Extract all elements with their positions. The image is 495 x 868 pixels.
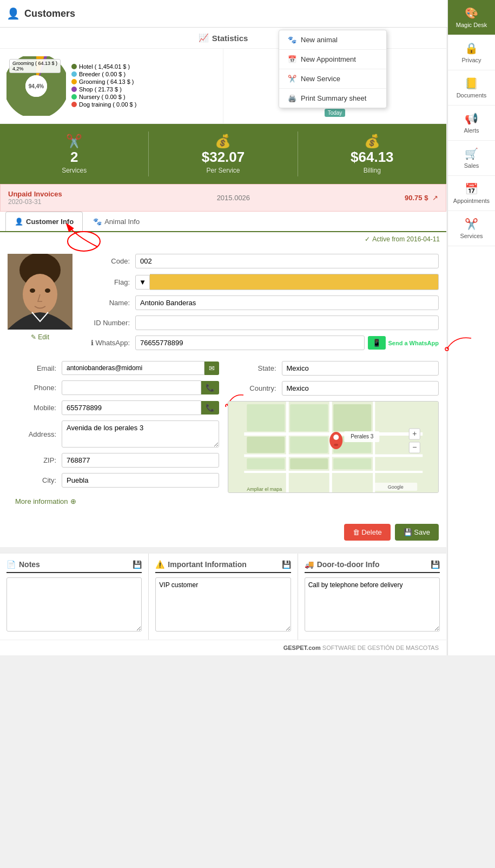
svg-text:Ampliar el mapa: Ampliar el mapa xyxy=(247,486,282,492)
important-info-panel: ⚠️ Important Information 💾 VIP customer xyxy=(149,554,298,640)
services-icon: ✂️ xyxy=(465,218,478,231)
flag-input-area: ▼ xyxy=(135,274,439,290)
notes-title-text: Notes xyxy=(19,560,40,569)
legend-item-nursery: Nursery ( 0.00 $ ) xyxy=(71,94,136,100)
sidebar-item-sales[interactable]: 🛒 Sales xyxy=(448,141,495,176)
sidebar-item-magic-desk[interactable]: 🎨 Magic Desk xyxy=(448,0,495,35)
flag-dropdown-btn[interactable]: ▼ xyxy=(135,275,150,290)
email-input[interactable] xyxy=(62,361,204,375)
mobile-label: Mobile: xyxy=(8,404,56,412)
code-label: Code: xyxy=(81,257,130,265)
user-tab-icon: 👤 xyxy=(15,218,23,226)
id-number-label: ID Number: xyxy=(81,319,130,327)
sidebar-item-privacy[interactable]: 🔒 Privacy xyxy=(448,35,495,70)
whatsapp-input-area: 📱 Send a WhatsApp xyxy=(135,336,439,350)
dropdown-new-service-label: New Service xyxy=(301,75,340,83)
door-to-door-textarea[interactable]: Call by telephone before delivery xyxy=(305,577,440,632)
legend-grooming-label: Grooming ( 64.13 $ ) xyxy=(79,78,134,85)
address-label: Address: xyxy=(8,430,56,438)
photo-area: ✎ Edit xyxy=(8,254,72,356)
sidebar-privacy-label: Privacy xyxy=(461,57,481,63)
dropdown-new-animal[interactable]: 🐾 New animal xyxy=(279,30,386,50)
important-info-save-icon[interactable]: 💾 xyxy=(282,560,291,569)
country-row: Country: xyxy=(228,381,439,396)
svg-point-9 xyxy=(30,288,35,293)
dropdown-print-summary[interactable]: 🖨️ Print Summary sheet xyxy=(279,89,386,108)
important-info-title-text: Important Information xyxy=(168,560,246,569)
zip-label: ZIP: xyxy=(8,456,56,464)
legend-dog-training-label: Dog training ( 0.00 $ ) xyxy=(79,101,136,108)
palette-icon: 🎨 xyxy=(465,6,478,19)
city-input[interactable] xyxy=(62,473,219,488)
phone-label: Phone: xyxy=(8,384,56,392)
svg-point-31 xyxy=(334,444,338,446)
important-info-textarea[interactable]: VIP customer xyxy=(155,577,291,632)
phone-call-btn[interactable]: 📞 xyxy=(201,381,219,394)
save-button[interactable]: 💾 Save xyxy=(395,524,439,541)
door-to-door-save-icon[interactable]: 💾 xyxy=(431,560,440,569)
important-info-title-row: ⚠️ Important Information 💾 xyxy=(155,560,291,573)
dropdown-new-service[interactable]: ✂️ New Service xyxy=(279,69,386,89)
active-from-banner: ✓ Active from 2016-04-11 xyxy=(0,232,446,246)
phone-row: Phone: 📞 xyxy=(8,380,219,395)
whatsapp-icon: 📱 xyxy=(372,339,381,347)
flag-color-display xyxy=(150,274,439,290)
service-stat-per-service: 💰 $32.07 Per Service xyxy=(149,131,298,176)
sidebar-documents-label: Documents xyxy=(457,92,487,98)
whatsapp-input[interactable] xyxy=(135,336,365,350)
svg-rect-27 xyxy=(290,458,328,469)
email-send-btn[interactable]: ✉ xyxy=(204,361,219,375)
country-input[interactable] xyxy=(282,381,439,396)
id-number-row: ID Number: xyxy=(81,315,439,330)
animal-tab-icon: 🐾 xyxy=(93,218,102,226)
sidebar-item-services[interactable]: ✂️ Services xyxy=(448,211,495,246)
scissors-bar-icon: ✂️ xyxy=(2,134,146,149)
phone-input[interactable] xyxy=(62,380,201,395)
mobile-input[interactable] xyxy=(62,400,201,415)
user-icon: 👤 xyxy=(6,7,20,20)
notes-textarea[interactable] xyxy=(6,577,142,632)
photo-edit-area: ✎ Edit xyxy=(8,333,72,341)
dropdown-new-appointment[interactable]: 📅 New Appointment xyxy=(279,50,386,69)
svg-text:Perales 3: Perales 3 xyxy=(351,433,374,439)
billing-bar-label: Billing xyxy=(300,167,444,174)
address-input[interactable] xyxy=(62,420,219,448)
pie-tooltip: Grooming ( 64.13 $ ) 4,2% xyxy=(9,59,61,73)
calendar-icon: 📅 xyxy=(288,55,296,63)
sidebar-item-documents[interactable]: 📒 Documents xyxy=(448,70,495,106)
right-sidebar: 🎨 Magic Desk 🔒 Privacy 📒 Documents 📢 Ale… xyxy=(447,0,495,655)
tab-customer-info[interactable]: 👤 Customer Info xyxy=(5,212,83,231)
svg-rect-28 xyxy=(333,458,371,469)
whatsapp-row: ℹ WhatsApp: 📱 Send a WhatsApp xyxy=(81,336,439,350)
truck-icon: 🚚 xyxy=(305,560,314,569)
zip-row: ZIP: xyxy=(8,453,219,468)
sidebar-alerts-label: Alerts xyxy=(464,127,479,134)
code-input[interactable] xyxy=(135,254,439,268)
svg-point-29 xyxy=(329,432,342,449)
name-input[interactable] xyxy=(135,295,439,310)
unpaid-external-link-icon[interactable]: ↗ xyxy=(432,194,438,202)
statistics-title: Statistics xyxy=(212,34,248,43)
sidebar-item-alerts[interactable]: 📢 Alerts xyxy=(448,106,495,141)
state-label: State: xyxy=(228,364,276,372)
state-input[interactable] xyxy=(282,361,439,376)
tab-animal-info[interactable]: 🐾 Animal Info xyxy=(84,212,149,231)
page-footer: GESPET.com SOFTWARE DE GESTIÓN DE MASCOT… xyxy=(0,640,446,655)
form-col-left: Email: ✉ Phone: 📞 xyxy=(8,361,219,493)
more-info-link[interactable]: More information ⊕ xyxy=(15,497,431,505)
whatsapp-send-btn[interactable]: 📱 xyxy=(368,336,386,350)
mobile-call-btn[interactable]: 📞 xyxy=(201,401,219,415)
edit-link[interactable]: ✎ Edit xyxy=(31,333,49,341)
checkmark-icon: ✓ xyxy=(365,235,370,243)
zip-input[interactable] xyxy=(62,453,219,468)
door-to-door-title-left: 🚚 Door-to-door Info xyxy=(305,560,380,569)
notes-save-icon[interactable]: 💾 xyxy=(133,560,142,569)
appointments-icon: 📅 xyxy=(465,182,478,195)
sidebar-item-appointments[interactable]: 📅 Appointments xyxy=(448,176,495,211)
delete-button[interactable]: 🗑 Delete xyxy=(344,524,391,541)
legend-item-hotel: Hotel ( 1,454.01 $ ) xyxy=(71,63,136,70)
legend-item-dog-training: Dog training ( 0.00 $ ) xyxy=(71,101,136,108)
id-number-input[interactable] xyxy=(135,315,439,330)
unpaid-amount-area: 90.75 $ ↗ xyxy=(405,194,438,202)
printer-icon: 🖨️ xyxy=(288,94,296,102)
